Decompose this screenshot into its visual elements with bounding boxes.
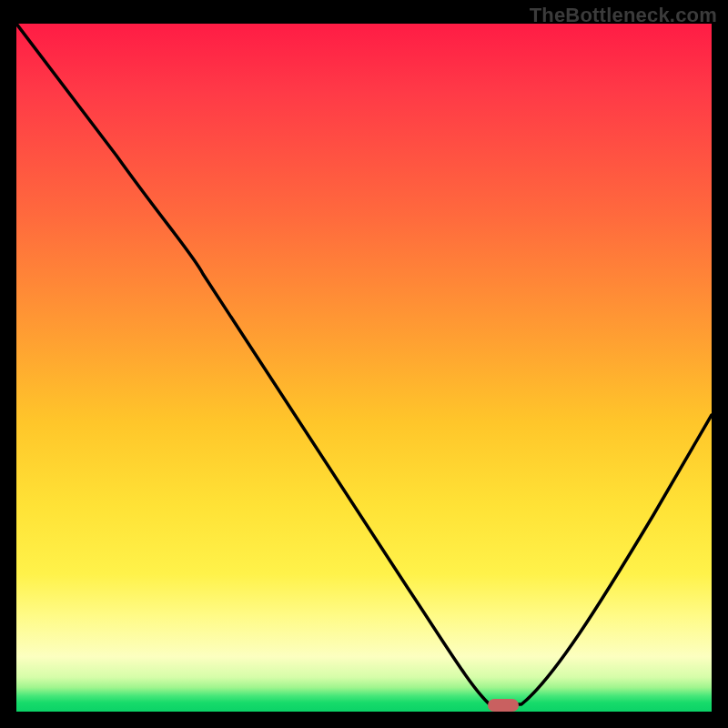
chart-frame: TheBottleneck.com (0, 0, 728, 728)
plot-area (16, 24, 712, 712)
curve-path (16, 24, 712, 704)
watermark-text: TheBottleneck.com (530, 4, 717, 27)
optimal-point-marker (488, 699, 519, 712)
bottleneck-curve (16, 24, 712, 712)
